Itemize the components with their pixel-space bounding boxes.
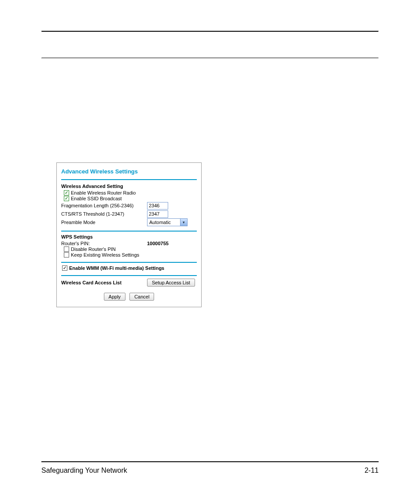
divider-2 (61, 262, 197, 263)
preamble-row: Preamble Mode Automatic ▾ (61, 218, 197, 226)
header-rule-top (41, 31, 379, 32)
footer-left: Safeguarding Your Network (41, 467, 127, 475)
enable-radio-row[interactable]: Enable Wireless Router Radio (64, 190, 197, 195)
advanced-wireless-panel: Advanced Wireless Settings Wireless Adva… (56, 162, 202, 307)
page-body (0, 0, 420, 59)
page-footer: Safeguarding Your Network 2-11 (41, 461, 379, 475)
preamble-select-value: Automatic (147, 220, 180, 225)
header-rule-bottom (41, 58, 379, 59)
footer-page-number: 2-11 (365, 467, 379, 475)
enable-radio-label: Enable Wireless Router Radio (71, 190, 136, 195)
enable-ssid-checkbox[interactable] (64, 196, 69, 201)
disable-pin-label: Disable Router's PIN (71, 246, 116, 252)
wps-heading: WPS Settings (61, 234, 197, 239)
setup-access-list-button[interactable]: Setup Access List (147, 279, 195, 287)
preamble-select[interactable]: Automatic ▾ (147, 218, 188, 226)
fragmentation-label: Fragmentation Length (256-2346) (61, 203, 147, 208)
keep-existing-checkbox[interactable] (64, 252, 69, 258)
enable-ssid-label: Enable SSID Broadcast (71, 196, 122, 201)
divider-1 (61, 231, 197, 232)
cancel-button[interactable]: Cancel (129, 293, 154, 301)
cts-row: CTS/RTS Threshold (1-2347) (61, 210, 197, 218)
action-buttons: Apply Cancel (61, 293, 197, 301)
disable-pin-row[interactable]: Disable Router's PIN (64, 246, 197, 252)
router-pin-label: Router's PIN: (61, 241, 147, 246)
apply-button[interactable]: Apply (104, 293, 126, 301)
cts-input[interactable] (147, 210, 168, 218)
wmm-label: Enable WMM (Wi-Fi multi-media) Settings (69, 265, 164, 271)
wmm-row[interactable]: Enable WMM (Wi-Fi multi-media) Settings (62, 265, 197, 271)
keep-existing-label: Keep Existing Wireless Settings (71, 252, 139, 258)
access-list-row: Wireless Card Access List Setup Access L… (61, 279, 197, 287)
wireless-advanced-heading: Wireless Advanced Setting (61, 184, 197, 189)
keep-existing-row[interactable]: Keep Existing Wireless Settings (64, 252, 197, 258)
wmm-checkbox[interactable] (62, 265, 67, 271)
panel-title: Advanced Wireless Settings (61, 167, 197, 180)
chevron-down-icon[interactable]: ▾ (180, 219, 187, 226)
access-list-label: Wireless Card Access List (61, 280, 122, 285)
enable-radio-checkbox[interactable] (64, 190, 69, 195)
enable-ssid-row[interactable]: Enable SSID Broadcast (64, 196, 197, 201)
router-pin-value: 10000755 (147, 241, 169, 246)
divider-3 (61, 275, 197, 276)
preamble-label: Preamble Mode (61, 220, 147, 225)
cts-label: CTS/RTS Threshold (1-2347) (61, 211, 147, 217)
fragmentation-row: Fragmentation Length (256-2346) (61, 202, 197, 210)
fragmentation-input[interactable] (147, 202, 168, 210)
disable-pin-checkbox[interactable] (64, 246, 69, 252)
router-pin-row: Router's PIN: 10000755 (61, 241, 197, 246)
